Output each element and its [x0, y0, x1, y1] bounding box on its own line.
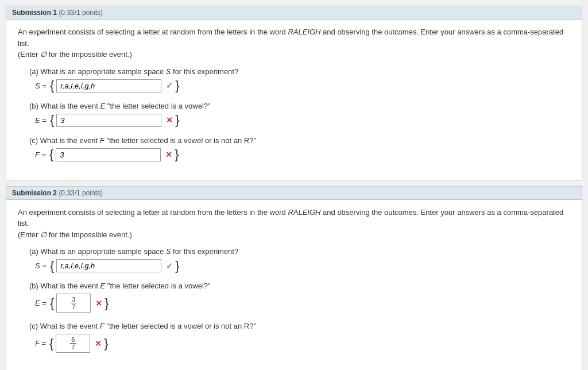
submission-title: Submission 2 — [12, 189, 57, 197]
part-b-fraction: 37 — [71, 296, 76, 310]
part-a-status-icon: ✓ — [166, 81, 173, 90]
part-a-answer-row: S ={✓} — [35, 79, 570, 92]
part-c: (c) What is the event F "the letter sele… — [29, 322, 570, 353]
submission-title: Submission 1 — [12, 9, 57, 17]
part-a-label: (a) What is an appropriate sample space … — [29, 67, 570, 76]
part-b-status-icon: ✕ — [166, 115, 173, 125]
part-b-label: (b) What is the event E "the letter sele… — [29, 282, 570, 290]
part-c-fraction-box: 67 — [56, 334, 90, 353]
brace-right: } — [175, 148, 179, 161]
brace-right: } — [105, 297, 109, 310]
part-c: (c) What is the event F "the letter sele… — [29, 136, 570, 161]
submission-1: Submission 1 (0.33/1 points)An experimen… — [6, 6, 582, 180]
part-a: (a) What is an appropriate sample space … — [29, 247, 570, 272]
brace-left: { — [49, 148, 53, 161]
part-b-var-label: E = — [35, 116, 47, 125]
part-a-var-label: S = — [35, 82, 47, 90]
phi-symbol: ∅ — [40, 230, 47, 239]
brace-left: { — [50, 297, 54, 310]
part-b: (b) What is the event E "the letter sele… — [29, 102, 570, 127]
submission-1-body: An experiment consists of selecting a le… — [6, 20, 582, 180]
brace-right: } — [175, 114, 179, 126]
part-a-label: (a) What is an appropriate sample space … — [29, 247, 570, 256]
part-a-input[interactable] — [56, 259, 161, 272]
part-c-fraction: 67 — [70, 336, 76, 350]
part-c-status-icon: ✕ — [95, 339, 102, 348]
submission-points: (0.33/1 points) — [59, 9, 103, 17]
part-c-answer-row: F ={✕} — [35, 148, 570, 161]
submission-2-body: An experiment consists of selecting a le… — [6, 200, 582, 371]
phi-symbol: ∅ — [40, 50, 47, 59]
part-b-label: (b) What is the event E "the letter sele… — [29, 102, 570, 110]
brace-right: } — [104, 337, 108, 350]
part-b-denominator: 7 — [71, 303, 76, 310]
part-c-var-label: F = — [35, 339, 46, 348]
part-b-numerator: 3 — [71, 296, 76, 303]
part-b-answer-row: E ={✕} — [35, 114, 570, 127]
problem-text: An experiment consists of selecting a le… — [18, 207, 570, 241]
problem-text: An experiment consists of selecting a le… — [18, 26, 570, 60]
part-b-var-label: E = — [35, 299, 47, 307]
part-b: (b) What is the event E "the letter sele… — [29, 282, 570, 313]
brace-left: { — [49, 337, 53, 350]
brace-left: { — [50, 260, 54, 272]
part-a-input[interactable] — [56, 79, 161, 92]
brace-left: { — [50, 79, 54, 92]
word: RALEIGH — [288, 208, 320, 217]
part-a: (a) What is an appropriate sample space … — [29, 67, 570, 92]
part-b-answer-row: E ={37✕} — [35, 294, 570, 313]
brace-right: } — [175, 260, 179, 272]
part-c-numerator: 6 — [70, 336, 76, 344]
part-c-denominator: 7 — [70, 344, 76, 350]
part-c-status-icon: ✕ — [165, 150, 172, 159]
part-c-var-label: F = — [35, 151, 46, 159]
submission-2: Submission 2 (0.33/1 points)An experimen… — [6, 186, 582, 371]
submission-1-header: Submission 1 (0.33/1 points) — [6, 6, 582, 20]
submission-points: (0.33/1 points) — [59, 189, 103, 197]
part-b-status-icon: ✕ — [95, 299, 102, 308]
part-b-fraction-box: 37 — [56, 294, 91, 313]
brace-left: { — [50, 114, 54, 126]
part-c-label: (c) What is the event F "the letter sele… — [29, 136, 570, 145]
part-b-input[interactable] — [56, 114, 161, 127]
part-c-label: (c) What is the event F "the letter sele… — [29, 322, 570, 330]
submission-2-header: Submission 2 (0.33/1 points) — [6, 187, 582, 200]
part-a-answer-row: S ={✓} — [35, 259, 570, 272]
part-c-input[interactable] — [56, 148, 161, 161]
part-a-status-icon: ✓ — [166, 261, 173, 271]
brace-right: } — [175, 79, 179, 92]
part-a-var-label: S = — [35, 261, 47, 270]
word: RALEIGH — [288, 28, 320, 36]
part-c-answer-row: F ={67✕} — [35, 334, 570, 353]
